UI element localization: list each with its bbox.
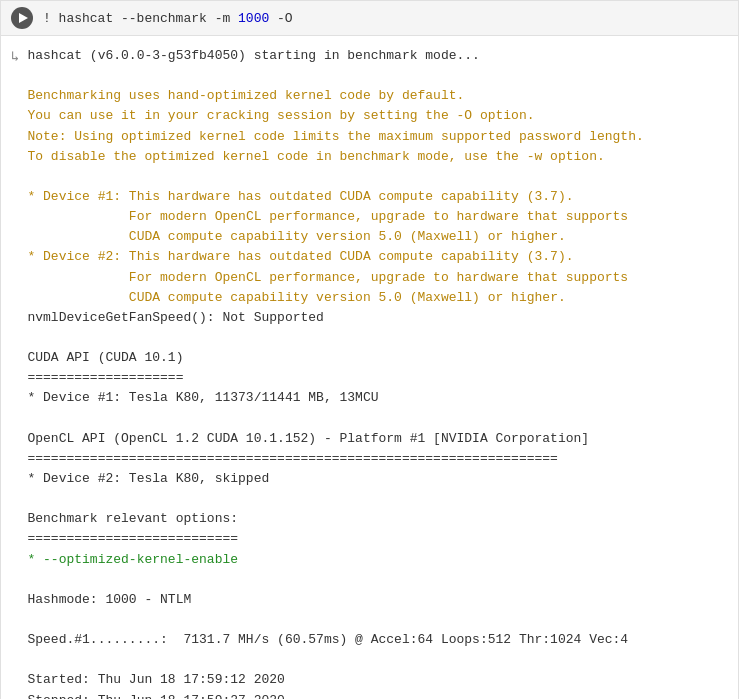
stopped-line: Stopped: Thu Jun 18 17:59:27 2020: [27, 693, 284, 700]
opencl-device: * Device #2: Tesla K80, skipped: [27, 471, 269, 486]
opencl-api-header: OpenCL API (OpenCL 1.2 CUDA 10.1.152) - …: [27, 431, 589, 446]
started-line: Started: Thu Jun 18 17:59:12 2020: [27, 672, 284, 687]
device-warn-1: * Device #1: This hardware has outdated …: [27, 189, 628, 305]
not-supported-line: nvmlDeviceGetFanSpeed(): Not Supported: [27, 310, 323, 325]
benchmark-option: * --optimized-kernel-enable: [27, 552, 238, 567]
info-line-4: To disable the optimized kernel code in …: [27, 149, 604, 164]
terminal-wrapper: ! hashcat --benchmark -m 1000 -O ↳ hashc…: [0, 0, 739, 699]
cuda-api-header: CUDA API (CUDA 10.1): [27, 350, 183, 365]
cuda-device: * Device #1: Tesla K80, 11373/11441 MB, …: [27, 390, 378, 405]
info-line-3: Note: Using optimized kernel code limits…: [27, 129, 643, 144]
run-button[interactable]: [11, 7, 33, 29]
output-gutter: ↳: [11, 46, 19, 699]
command-flag: -O: [269, 11, 292, 26]
command-number: 1000: [238, 11, 269, 26]
info-line-2: You can use it in your cracking session …: [27, 108, 534, 123]
output-content: hashcat (v6.0.0-3-g53fb4050) starting in…: [27, 46, 728, 699]
output-arrow-icon: ↳: [11, 49, 19, 65]
hashmode-line: Hashmode: 1000 - NTLM: [27, 592, 191, 607]
command-bang: ! hashcat --benchmark -m: [43, 11, 238, 26]
command-text: ! hashcat --benchmark -m 1000 -O: [43, 11, 293, 26]
command-bar: ! hashcat --benchmark -m 1000 -O: [1, 1, 738, 36]
opencl-separator: ========================================…: [27, 451, 558, 466]
benchmark-options-header: Benchmark relevant options:: [27, 511, 238, 526]
output-area: ↳ hashcat (v6.0.0-3-g53fb4050) starting …: [1, 36, 738, 699]
startup-line: hashcat (v6.0.0-3-g53fb4050) starting in…: [27, 48, 479, 63]
speed-line: Speed.#1.........: 7131.7 MH/s (60.57ms)…: [27, 632, 628, 647]
info-line-1: Benchmarking uses hand-optimized kernel …: [27, 88, 464, 103]
cuda-separator: ====================: [27, 370, 183, 385]
benchmark-options-separator: ===========================: [27, 531, 238, 546]
